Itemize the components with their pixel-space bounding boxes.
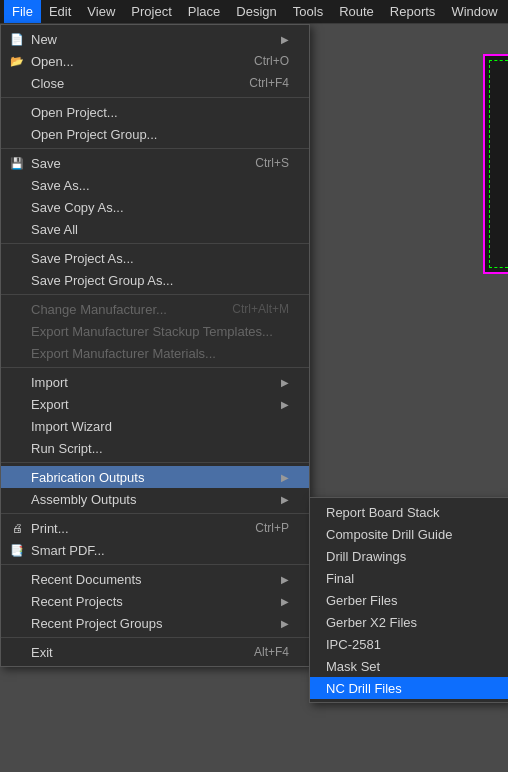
separator-9 <box>1 637 309 638</box>
menu-item-assembly-outputs[interactable]: Assembly Outputs ▶ <box>1 488 309 510</box>
menu-item-save-as-label: Save As... <box>31 178 289 193</box>
menu-item-recent-documents[interactable]: Recent Documents ▶ <box>1 568 309 590</box>
menu-item-save-project-group-as[interactable]: Save Project Group As... <box>1 269 309 291</box>
menu-item-export-manufacturer-materials: Export Manufacturer Materials... <box>1 342 309 364</box>
submenu-item-final-label: Final <box>326 571 354 586</box>
recent-documents-arrow-icon: ▶ <box>281 574 289 585</box>
submenu-item-nc-drill-files[interactable]: NC Drill Files <box>310 677 508 699</box>
menu-item-recent-projects[interactable]: Recent Projects ▶ <box>1 590 309 612</box>
menu-item-save-all[interactable]: Save All <box>1 218 309 240</box>
menu-item-smart-pdf[interactable]: Smart PDF... <box>1 539 309 561</box>
menu-item-save-project-as[interactable]: Save Project As... <box>1 247 309 269</box>
new-arrow-icon: ▶ <box>281 34 289 45</box>
pcb-edge-inner <box>489 60 508 268</box>
recent-project-groups-arrow-icon: ▶ <box>281 618 289 629</box>
menu-item-open-label: Open... <box>31 54 234 69</box>
close-shortcut: Ctrl+F4 <box>249 76 289 90</box>
menu-item-export[interactable]: Export ▶ <box>1 393 309 415</box>
menubar-item-place[interactable]: Place <box>180 0 229 23</box>
menu-item-save-copy-as-label: Save Copy As... <box>31 200 289 215</box>
menu-item-save-copy-as[interactable]: Save Copy As... <box>1 196 309 218</box>
menubar-item-route[interactable]: Route <box>331 0 382 23</box>
submenu-item-nc-drill-files-label: NC Drill Files <box>326 681 402 696</box>
menu-item-save-project-as-label: Save Project As... <box>31 251 289 266</box>
separator-1 <box>1 97 309 98</box>
menu-item-close-label: Close <box>31 76 229 91</box>
menubar-item-project[interactable]: Project <box>123 0 179 23</box>
submenu-item-composite-drill-guide-label: Composite Drill Guide <box>326 527 452 542</box>
pdf-icon <box>9 542 25 558</box>
submenu-item-drill-drawings[interactable]: Drill Drawings <box>310 545 508 567</box>
menubar-item-tools[interactable]: Tools <box>285 0 331 23</box>
change-manufacturer-shortcut: Ctrl+Alt+M <box>232 302 289 316</box>
submenu-item-ipc-2581-label: IPC-2581 <box>326 637 381 652</box>
menu-item-print[interactable]: Print... Ctrl+P <box>1 517 309 539</box>
separator-4 <box>1 294 309 295</box>
menu-item-export-label: Export <box>31 397 271 412</box>
menu-item-import[interactable]: Import ▶ <box>1 371 309 393</box>
separator-2 <box>1 148 309 149</box>
submenu-item-gerber-x2-files[interactable]: Gerber X2 Files <box>310 611 508 633</box>
submenu-item-composite-drill-guide[interactable]: Composite Drill Guide <box>310 523 508 545</box>
menu-item-export-manufacturer-stackup: Export Manufacturer Stackup Templates... <box>1 320 309 342</box>
recent-projects-arrow-icon: ▶ <box>281 596 289 607</box>
menu-item-open-project-group-label: Open Project Group... <box>31 127 289 142</box>
submenu-item-report-board-stack[interactable]: Report Board Stack <box>310 501 508 523</box>
assembly-outputs-arrow-icon: ▶ <box>281 494 289 505</box>
menu-item-fabrication-outputs[interactable]: Fabrication Outputs ▶ <box>1 466 309 488</box>
menu-item-open[interactable]: Open... Ctrl+O <box>1 50 309 72</box>
menu-item-save-project-group-as-label: Save Project Group As... <box>31 273 289 288</box>
menu-item-recent-projects-label: Recent Projects <box>31 594 271 609</box>
menu-item-run-script-label: Run Script... <box>31 441 289 456</box>
separator-3 <box>1 243 309 244</box>
menu-item-change-manufacturer: Change Manufacturer... Ctrl+Alt+M <box>1 298 309 320</box>
menubar: File Edit View Project Place Design Tool… <box>0 0 508 24</box>
save-icon <box>9 155 25 171</box>
menu-item-print-label: Print... <box>31 521 235 536</box>
menu-item-open-project-group[interactable]: Open Project Group... <box>1 123 309 145</box>
menu-item-export-manufacturer-materials-label: Export Manufacturer Materials... <box>31 346 289 361</box>
fabrication-outputs-submenu: Report Board Stack Composite Drill Guide… <box>309 497 508 703</box>
menu-item-save-as[interactable]: Save As... <box>1 174 309 196</box>
separator-8 <box>1 564 309 565</box>
submenu-item-report-board-stack-label: Report Board Stack <box>326 505 439 520</box>
open-icon <box>9 53 25 69</box>
submenu-item-mask-set[interactable]: Mask Set <box>310 655 508 677</box>
menubar-item-view[interactable]: View <box>79 0 123 23</box>
submenu-item-gerber-x2-files-label: Gerber X2 Files <box>326 615 417 630</box>
menu-item-recent-project-groups[interactable]: Recent Project Groups ▶ <box>1 612 309 634</box>
menu-item-open-project[interactable]: Open Project... <box>1 101 309 123</box>
menu-item-exit[interactable]: Exit Alt+F4 <box>1 641 309 663</box>
menubar-item-reports[interactable]: Reports <box>382 0 444 23</box>
export-arrow-icon: ▶ <box>281 399 289 410</box>
menu-item-change-manufacturer-label: Change Manufacturer... <box>31 302 212 317</box>
menu-item-new[interactable]: New ▶ <box>1 28 309 50</box>
menu-item-fabrication-outputs-label: Fabrication Outputs <box>31 470 271 485</box>
submenu-item-drill-drawings-label: Drill Drawings <box>326 549 406 564</box>
menu-item-import-wizard[interactable]: Import Wizard <box>1 415 309 437</box>
print-shortcut: Ctrl+P <box>255 521 289 535</box>
import-arrow-icon: ▶ <box>281 377 289 388</box>
menubar-item-window[interactable]: Window <box>443 0 505 23</box>
save-shortcut: Ctrl+S <box>255 156 289 170</box>
separator-7 <box>1 513 309 514</box>
menu-item-export-manufacturer-stackup-label: Export Manufacturer Stackup Templates... <box>31 324 289 339</box>
menu-item-recent-project-groups-label: Recent Project Groups <box>31 616 271 631</box>
menubar-item-edit[interactable]: Edit <box>41 0 79 23</box>
open-shortcut: Ctrl+O <box>254 54 289 68</box>
menu-item-run-script[interactable]: Run Script... <box>1 437 309 459</box>
menu-item-close[interactable]: Close Ctrl+F4 <box>1 72 309 94</box>
menubar-item-design[interactable]: Design <box>228 0 284 23</box>
menu-item-save[interactable]: Save Ctrl+S <box>1 152 309 174</box>
pcb-edge <box>483 54 508 274</box>
exit-shortcut: Alt+F4 <box>254 645 289 659</box>
menu-item-import-wizard-label: Import Wizard <box>31 419 289 434</box>
menu-item-save-all-label: Save All <box>31 222 289 237</box>
print-icon <box>9 520 25 536</box>
menu-item-smart-pdf-label: Smart PDF... <box>31 543 289 558</box>
submenu-item-mask-set-label: Mask Set <box>326 659 380 674</box>
submenu-item-gerber-files[interactable]: Gerber Files <box>310 589 508 611</box>
submenu-item-final[interactable]: Final <box>310 567 508 589</box>
submenu-item-ipc-2581[interactable]: IPC-2581 <box>310 633 508 655</box>
menubar-item-file[interactable]: File <box>4 0 41 23</box>
